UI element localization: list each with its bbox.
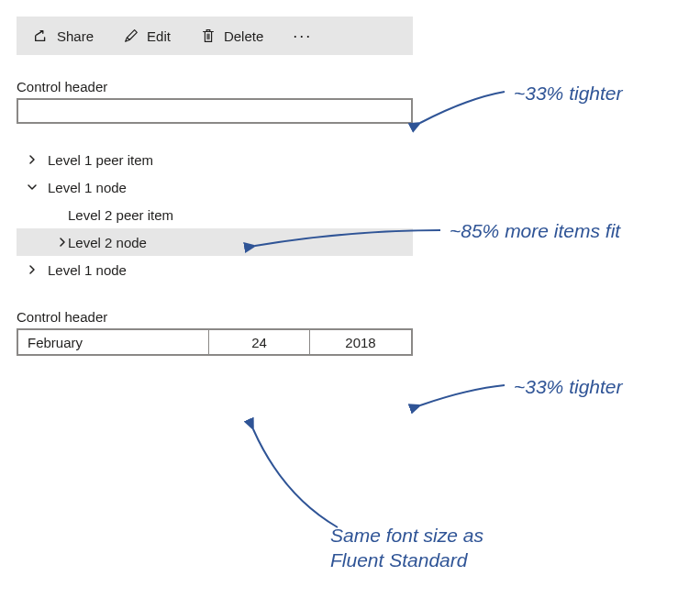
share-button[interactable]: Share [20, 17, 106, 55]
chevron-right-icon [37, 237, 68, 248]
annotation-tighter-1: ~33% tighter [514, 81, 623, 105]
tree-label: Level 2 node [68, 235, 413, 250]
datepicker-label: Control header [17, 309, 413, 325]
date-picker[interactable]: February 24 2018 [17, 328, 413, 356]
tree-item-l1-node-expanded[interactable]: Level 1 node [17, 173, 413, 201]
annotation-fontsize: Same font size as Fluent Standard [330, 523, 541, 573]
chevron-right-icon [17, 264, 48, 275]
delete-button[interactable]: Delete [187, 17, 276, 55]
chevron-right-icon [17, 154, 48, 165]
tree-label: Level 1 node [48, 262, 413, 278]
tree-item-l2-node[interactable]: Level 2 node [17, 228, 413, 256]
delete-label: Delete [224, 28, 263, 44]
tree-label: Level 1 peer item [48, 152, 413, 168]
date-month[interactable]: February [18, 330, 209, 354]
tree-item-l2-peer[interactable]: Level 2 peer item [17, 201, 413, 228]
textbox-section: Control header [17, 79, 413, 124]
date-year[interactable]: 2018 [310, 330, 411, 354]
date-day[interactable]: 24 [209, 330, 310, 354]
annotation-tighter-2: ~33% tighter [514, 374, 623, 399]
overflow-button[interactable]: ··· [280, 27, 325, 46]
trash-icon [200, 28, 217, 44]
arrow-icon [413, 378, 514, 417]
tree-label: Level 1 node [48, 180, 413, 195]
edit-button[interactable]: Edit [110, 17, 183, 55]
edit-label: Edit [147, 28, 171, 44]
textbox-label: Control header [17, 79, 413, 94]
tree-label: Level 2 peer item [68, 207, 413, 223]
more-icon: ··· [293, 27, 312, 45]
pencil-icon [123, 28, 139, 44]
share-icon [33, 28, 50, 44]
tree-item-l1-peer[interactable]: Level 1 peer item [17, 146, 413, 173]
tree-view: Level 1 peer item Level 1 node Level 2 p… [17, 146, 413, 283]
text-input[interactable] [17, 98, 413, 124]
chevron-down-icon [17, 182, 48, 193]
arrow-icon [413, 84, 514, 133]
arrow-icon [246, 422, 356, 535]
share-label: Share [57, 28, 94, 44]
tree-item-l1-node[interactable]: Level 1 node [17, 256, 413, 283]
command-bar: Share Edit Delete ··· [17, 17, 413, 55]
annotation-moreitems: ~85% more items fit [450, 218, 620, 243]
datepicker-section: Control header February 24 2018 [17, 309, 413, 356]
